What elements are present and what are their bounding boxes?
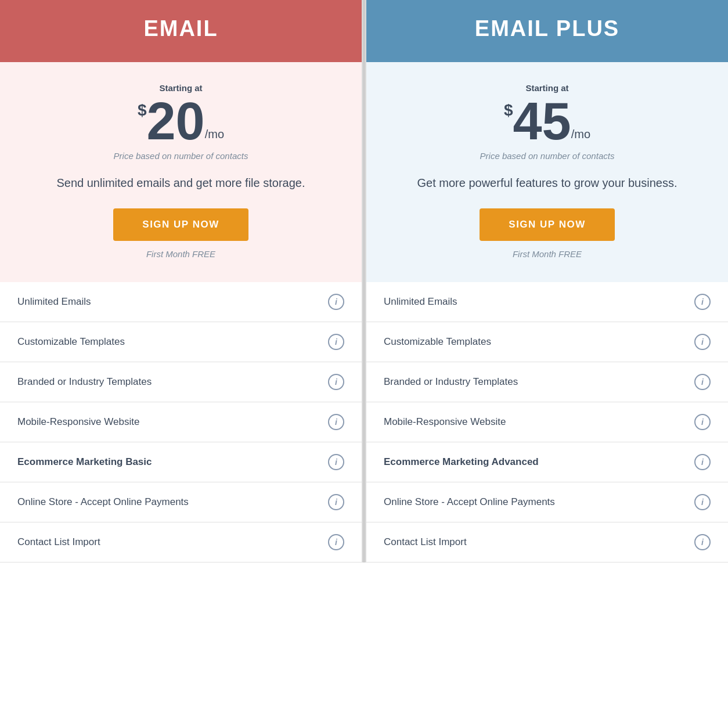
feature-item: Online Store - Accept Online Paymentsi (366, 482, 728, 522)
info-icon[interactable]: i (694, 374, 711, 390)
price-row: $20/mo (23, 95, 338, 147)
info-icon[interactable]: i (694, 534, 711, 550)
feature-item: Contact List Importi (0, 522, 362, 562)
feature-item: Unlimited Emailsi (366, 282, 728, 322)
plan-description: Send unlimited emails and get more file … (23, 175, 338, 191)
info-icon[interactable]: i (328, 414, 344, 430)
price-row: $45/mo (390, 95, 705, 147)
feature-item: Customizable Templatesi (0, 322, 362, 362)
info-icon[interactable]: i (694, 414, 711, 430)
feature-name: Mobile-Responsive Website (384, 416, 506, 428)
price-note: Price based on number of contacts (23, 151, 338, 161)
email-plus-title: EMAIL PLUS (378, 16, 716, 41)
email-plus-features-list: Unlimited EmailsiCustomizable Templatesi… (366, 282, 728, 562)
price-note: Price based on number of contacts (390, 151, 705, 161)
info-icon[interactable]: i (328, 294, 344, 310)
price-amount: 45 (513, 95, 571, 147)
feature-item: Mobile-Responsive Websitei (366, 402, 728, 442)
info-icon[interactable]: i (328, 454, 344, 470)
info-icon[interactable]: i (328, 494, 344, 510)
email-header: EMAIL (0, 0, 362, 62)
info-icon[interactable]: i (694, 294, 711, 310)
feature-item: Mobile-Responsive Websitei (0, 402, 362, 442)
feature-name: Contact List Import (17, 536, 100, 548)
email-signup-button[interactable]: SIGN UP NOW (113, 208, 248, 241)
email-plus-signup-button[interactable]: SIGN UP NOW (480, 208, 614, 241)
feature-item: Ecommerce Marketing Advancedi (366, 442, 728, 482)
info-icon[interactable]: i (694, 454, 711, 470)
feature-name: Branded or Industry Templates (384, 376, 518, 388)
plan-description: Get more powerful features to grow your … (390, 175, 705, 191)
price-amount: 20 (147, 95, 205, 147)
info-icon[interactable]: i (328, 374, 344, 390)
feature-name: Customizable Templates (17, 336, 125, 348)
feature-name: Ecommerce Marketing Advanced (384, 456, 539, 468)
plan-email-plus: EMAIL PLUSStarting at$45/moPrice based o… (366, 0, 728, 562)
feature-name: Branded or Industry Templates (17, 376, 152, 388)
feature-name: Ecommerce Marketing Basic (17, 456, 152, 468)
starting-at-label: Starting at (23, 83, 338, 93)
info-icon[interactable]: i (328, 334, 344, 350)
first-month-free-label: First Month FREE (23, 249, 338, 259)
per-mo-label: /mo (571, 128, 590, 141)
feature-item: Contact List Importi (366, 522, 728, 562)
dollar-sign: $ (504, 101, 513, 120)
email-features-list: Unlimited EmailsiCustomizable Templatesi… (0, 282, 362, 562)
info-icon[interactable]: i (694, 334, 711, 350)
starting-at-label: Starting at (390, 83, 705, 93)
plans-divider (362, 0, 366, 562)
feature-name: Unlimited Emails (384, 296, 457, 308)
feature-item: Branded or Industry Templatesi (366, 362, 728, 402)
email-title: EMAIL (12, 16, 350, 41)
feature-name: Online Store - Accept Online Payments (17, 496, 189, 508)
feature-name: Online Store - Accept Online Payments (384, 496, 555, 508)
feature-item: Customizable Templatesi (366, 322, 728, 362)
email-plus-pricing: Starting at$45/moPrice based on number o… (366, 62, 728, 282)
feature-item: Branded or Industry Templatesi (0, 362, 362, 402)
email-pricing: Starting at$20/moPrice based on number o… (0, 62, 362, 282)
feature-name: Customizable Templates (384, 336, 491, 348)
feature-item: Unlimited Emailsi (0, 282, 362, 322)
feature-name: Contact List Import (384, 536, 467, 548)
dollar-sign: $ (138, 101, 147, 120)
plans-container: EMAILStarting at$20/moPrice based on num… (0, 0, 728, 562)
feature-item: Online Store - Accept Online Paymentsi (0, 482, 362, 522)
feature-name: Unlimited Emails (17, 296, 91, 308)
per-mo-label: /mo (205, 128, 224, 141)
info-icon[interactable]: i (694, 494, 711, 510)
plan-email: EMAILStarting at$20/moPrice based on num… (0, 0, 362, 562)
email-plus-header: EMAIL PLUS (366, 0, 728, 62)
info-icon[interactable]: i (328, 534, 344, 550)
first-month-free-label: First Month FREE (390, 249, 705, 259)
feature-item: Ecommerce Marketing Basici (0, 442, 362, 482)
feature-name: Mobile-Responsive Website (17, 416, 139, 428)
